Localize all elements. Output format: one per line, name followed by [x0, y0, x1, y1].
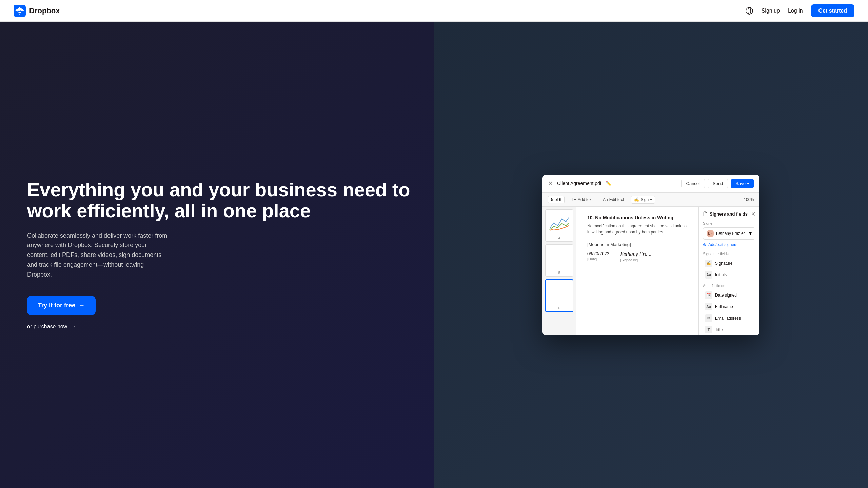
login-link[interactable]: Log in [788, 8, 803, 14]
pdf-viewer: ✕ Client Agreement.pdf ✏️ Cancel Send Sa… [542, 175, 760, 336]
signature-value: Bethany Fra... [620, 251, 651, 257]
sign-button[interactable]: ✍ Sign ▾ [631, 196, 655, 204]
hero-section: Everything you and your business need to… [0, 22, 868, 488]
add-signers-button[interactable]: ⊕ Add/edit signers [703, 242, 755, 247]
add-text-icon: T+ [572, 197, 576, 202]
panel-title: Signers and fields [703, 211, 748, 217]
section-text: No modification on this agreement shall … [587, 223, 688, 235]
signature-field-label-item: Signature [715, 261, 732, 266]
panel-close-button[interactable]: ✕ [751, 211, 755, 217]
logo-text: Dropbox [29, 6, 60, 15]
globe-icon[interactable] [745, 7, 753, 15]
signature-field-item[interactable]: ✍ Signature [703, 258, 755, 269]
pdf-filename: Client Agreement.pdf [557, 181, 601, 186]
thumb-img-6 [547, 281, 572, 306]
logo[interactable]: Dropbox [14, 5, 60, 17]
panel-header: Signers and fields ✕ [703, 211, 755, 217]
signup-link[interactable]: Sign up [762, 8, 780, 14]
arrow-right-icon-2: → [70, 323, 76, 330]
try-free-button[interactable]: Try it for free → [27, 296, 96, 315]
signer-label: Signer [703, 221, 755, 225]
pdf-toolbar2-left: 5 of 6 T+ Add text Aa Edit text ✍ Sign [548, 196, 655, 204]
signer-info: BF Bethany Frazier [707, 230, 745, 237]
email-field-item[interactable]: ✉ Email address [703, 313, 755, 324]
email-icon: ✉ [705, 314, 712, 322]
signature-field-icon: ✍ [705, 260, 712, 267]
edit-text-button[interactable]: Aa Edit text [600, 196, 627, 204]
signature-field-label: [Signature] [620, 258, 651, 262]
full-name-field-item[interactable]: Aa Full name [703, 301, 755, 312]
chevron-down-icon: ▾ [747, 181, 749, 186]
email-label: Email address [715, 316, 741, 321]
thumb-num-4: 4 [547, 236, 572, 240]
pdf-thumb-4[interactable]: 4 [545, 209, 573, 242]
thumb-chart-svg [548, 214, 570, 232]
date-signed-icon: 📅 [705, 291, 712, 299]
title-icon: T [705, 326, 712, 333]
signer-avatar: BF [707, 230, 714, 237]
nav-actions: Sign up Log in Get started [745, 4, 854, 17]
pdf-toolbar-left: ✕ Client Agreement.pdf ✏️ [548, 180, 611, 187]
hero-subtitle: Collaborate seamlessly and deliver work … [27, 231, 170, 280]
date-signed-label: Date signed [715, 293, 737, 298]
thumb-num-5: 5 [547, 271, 572, 275]
thumb-num-6: 6 [547, 306, 571, 310]
section-title: 10. No Modifications Unless in Writing [587, 215, 688, 220]
initials-field-label: Initials [715, 272, 727, 277]
pdf-body: 4 [542, 207, 760, 336]
pdf-main-content: 10. No Modifications Unless in Writing N… [576, 207, 698, 336]
pdf-thumbnails: 4 [542, 207, 576, 336]
pdf-edit-icon[interactable]: ✏️ [606, 181, 611, 186]
date-value: 09/20/2023 [587, 251, 609, 256]
navbar: Dropbox Sign up Log in Get started [0, 0, 868, 22]
date-signed-field-item[interactable]: 📅 Date signed [703, 290, 755, 301]
auto-fill-label: Auto-fill fields [703, 284, 755, 288]
pdf-toolbar-secondary: 5 of 6 T+ Add text Aa Edit text ✍ Sign [542, 193, 760, 207]
signature-row: 09/20/2023 [Date] Bethany Fra... [Signat… [587, 251, 688, 262]
initials-field-icon: Aa [705, 271, 712, 279]
chevron-down-icon-signer: ▾ [749, 230, 752, 237]
sign-icon: ✍ [634, 197, 639, 202]
sig-fields-label: Signature fields [703, 252, 755, 256]
thumb-img-5 [547, 246, 571, 270]
company-name: [Moonhelm Marketing] [587, 242, 688, 247]
pdf-thumb-5[interactable]: 5 [545, 244, 573, 277]
pdf-close-button[interactable]: ✕ [548, 180, 553, 187]
edit-text-icon: Aa [603, 197, 608, 202]
pdf-toolbar-right: Cancel Send Save ▾ [681, 179, 754, 188]
pdf-save-button[interactable]: Save ▾ [731, 179, 754, 188]
arrow-right-icon: → [79, 302, 85, 309]
signature-field: Bethany Fra... [Signature] [620, 251, 651, 262]
hero-title: Everything you and your business need to… [27, 179, 414, 221]
signer-select[interactable]: BF Bethany Frazier ▾ [703, 227, 755, 240]
pdf-thumb-6[interactable]: 6 [545, 279, 573, 312]
zoom-level: 100% [744, 197, 754, 202]
signers-panel: Signers and fields ✕ Signer BF Bethany F… [698, 207, 760, 336]
full-name-label: Full name [715, 304, 733, 309]
date-field-label: [Date] [587, 257, 609, 261]
full-name-icon: Aa [705, 303, 712, 310]
page-current: 5 [551, 197, 553, 202]
pdf-send-button[interactable]: Send [708, 179, 728, 188]
signer-name: Bethany Frazier [716, 231, 745, 236]
title-field-item[interactable]: T Title [703, 324, 755, 335]
thumb-lines-6 [558, 287, 561, 300]
chevron-down-icon-sign: ▾ [650, 197, 652, 202]
thumb-img-4 [547, 211, 571, 236]
page-total: of 6 [555, 197, 561, 202]
page-indicator: 5 of 6 [548, 196, 565, 203]
initials-field-item[interactable]: Aa Initials [703, 269, 755, 280]
date-field: 09/20/2023 [Date] [587, 251, 609, 262]
title-label: Title [715, 327, 723, 332]
add-text-button[interactable]: T+ Add text [569, 196, 596, 204]
dropbox-logo-icon [14, 5, 26, 17]
pdf-toolbar-top: ✕ Client Agreement.pdf ✏️ Cancel Send Sa… [542, 175, 760, 193]
get-started-button[interactable]: Get started [811, 4, 854, 17]
thumb-lines-5 [558, 252, 560, 264]
document-icon [703, 211, 708, 216]
plus-icon: ⊕ [703, 242, 706, 247]
purchase-link[interactable]: or purchase now → [27, 323, 76, 330]
hero-right: ✕ Client Agreement.pdf ✏️ Cancel Send Sa… [434, 22, 868, 488]
hero-left: Everything you and your business need to… [0, 22, 434, 488]
pdf-cancel-button[interactable]: Cancel [681, 179, 705, 188]
